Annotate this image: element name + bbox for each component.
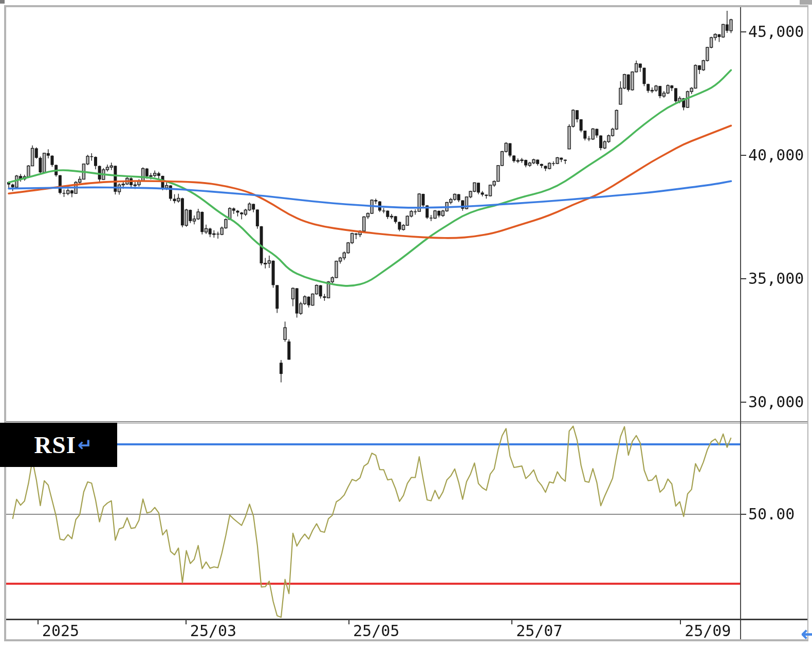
- date-tick-label: 25/09: [685, 623, 731, 639]
- date-tick-label: 25/07: [516, 623, 562, 639]
- rsi-label-text: RSI: [34, 433, 76, 457]
- date-tick-label: 25/05: [353, 623, 399, 639]
- date-tick-mark: [511, 620, 512, 624]
- date-tick-label: 25/03: [190, 623, 236, 639]
- rsi-indicator-label[interactable]: RSI ↵: [0, 423, 117, 467]
- rsi-tick-label: 50.00: [748, 507, 795, 522]
- chart-page: 45,00040,00035,00030,000202525/0325/0525…: [0, 0, 812, 648]
- date-tick-mark: [186, 620, 187, 624]
- rsi-tick-mark: [741, 514, 746, 515]
- price-tick-label: 35,000: [748, 271, 804, 286]
- date-tick-mark: [680, 620, 681, 624]
- time-axis-line: [6, 619, 807, 620]
- return-arrow-icon: ↵: [78, 436, 93, 454]
- date-tick-mark: [38, 620, 39, 624]
- price-axis-line: [740, 7, 741, 639]
- price-tick-label: 45,000: [748, 24, 804, 40]
- price-tick-mark: [741, 155, 746, 156]
- date-tick-label: 2025: [42, 623, 79, 639]
- bottom-right-return-arrow-icon: ↵: [801, 623, 812, 645]
- price-tick-mark: [741, 278, 746, 279]
- price-tick-mark: [741, 402, 746, 403]
- price-tick-label: 40,000: [748, 148, 804, 163]
- price-panel-canvas[interactable]: [6, 7, 740, 422]
- date-tick-mark: [348, 620, 349, 624]
- window-fragment-top-left-icon: [0, 0, 5, 4]
- price-tick-mark: [741, 31, 746, 32]
- window-fragment-top-right-icon: [800, 0, 812, 5]
- price-tick-label: 30,000: [748, 394, 804, 410]
- panel-divider: [6, 421, 807, 424]
